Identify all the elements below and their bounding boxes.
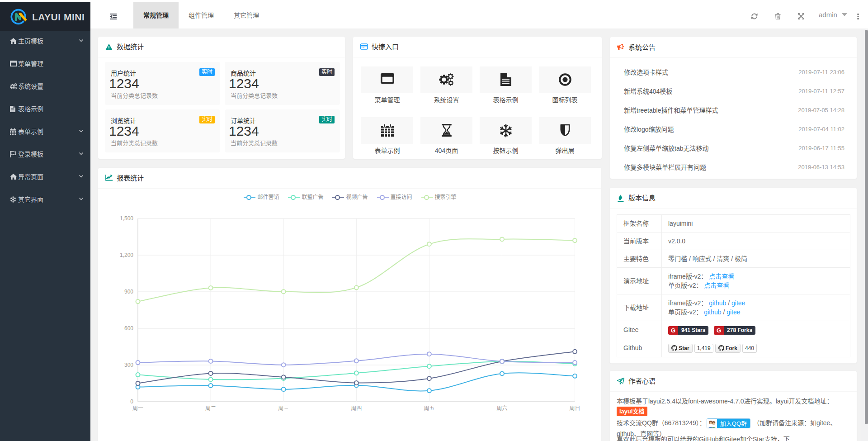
svg-text:周五: 周五	[424, 405, 434, 412]
svg-text:周三: 周三	[278, 405, 289, 412]
svg-text:600: 600	[124, 325, 133, 332]
svg-text:300: 300	[124, 362, 133, 368]
svg-text:周日: 周日	[570, 405, 580, 412]
svg-text:1,200: 1,200	[120, 252, 133, 258]
svg-text:周一: 周一	[132, 405, 143, 412]
svg-text:0: 0	[130, 398, 133, 405]
svg-text:1,500: 1,500	[120, 215, 133, 222]
svg-text:周四: 周四	[351, 405, 362, 412]
svg-text:周六: 周六	[496, 405, 507, 412]
svg-text:周二: 周二	[205, 405, 216, 412]
svg-text:900: 900	[124, 289, 133, 295]
